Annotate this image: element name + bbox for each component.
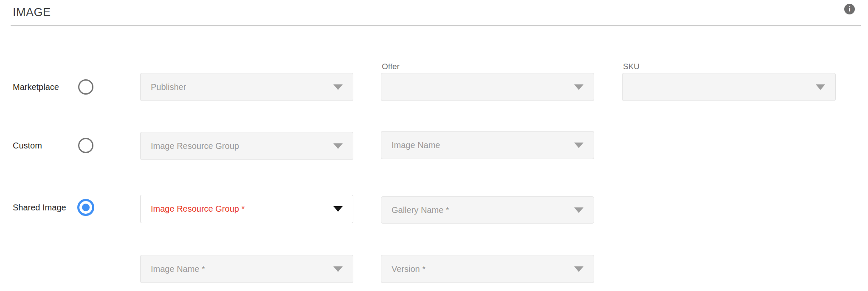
publisher-placeholder: Publisher <box>151 82 186 92</box>
radio-marketplace[interactable] <box>78 79 93 95</box>
chevron-down-icon <box>574 266 583 272</box>
offer-dropdown[interactable] <box>381 73 594 101</box>
info-icon[interactable]: i <box>844 4 855 14</box>
chevron-down-icon <box>333 266 343 272</box>
image-form-section: IMAGE i Marketplace Publisher Offer SKU … <box>0 0 868 291</box>
header-divider <box>11 25 861 26</box>
sku-label: SKU <box>623 62 640 71</box>
marketplace-option-label: Marketplace <box>13 82 59 92</box>
shared-image-option-label: Shared Image <box>13 202 66 213</box>
shared-image-resource-group-dropdown[interactable]: Image Resource Group * <box>140 195 353 223</box>
chevron-down-icon <box>574 84 583 90</box>
custom-image-name-dropdown[interactable]: Image Name <box>381 131 594 159</box>
custom-option-label: Custom <box>13 140 42 151</box>
chevron-down-icon <box>816 84 825 90</box>
chevron-down-icon <box>333 84 343 90</box>
chevron-down-icon <box>574 143 583 148</box>
section-title: IMAGE <box>13 6 51 19</box>
version-placeholder: Version * <box>392 264 426 274</box>
custom-image-name-placeholder: Image Name <box>392 140 440 150</box>
publisher-dropdown[interactable]: Publisher <box>140 73 353 101</box>
info-icon-glyph: i <box>848 5 851 13</box>
shared-image-name-dropdown[interactable]: Image Name * <box>140 255 353 283</box>
sku-dropdown[interactable] <box>622 73 836 101</box>
shared-image-resource-group-placeholder: Image Resource Group * <box>151 204 245 214</box>
chevron-down-icon <box>574 207 583 213</box>
offer-label: Offer <box>382 62 400 71</box>
custom-image-resource-group-placeholder: Image Resource Group <box>151 141 239 151</box>
version-dropdown[interactable]: Version * <box>381 255 594 283</box>
custom-image-resource-group-dropdown[interactable]: Image Resource Group <box>140 132 353 160</box>
chevron-down-icon <box>333 206 343 212</box>
shared-image-name-placeholder: Image Name * <box>151 264 205 274</box>
gallery-name-dropdown[interactable]: Gallery Name * <box>381 196 594 224</box>
chevron-down-icon <box>333 143 343 149</box>
gallery-name-placeholder: Gallery Name * <box>392 205 449 215</box>
radio-shared-image[interactable] <box>77 199 94 216</box>
radio-custom[interactable] <box>78 138 93 153</box>
